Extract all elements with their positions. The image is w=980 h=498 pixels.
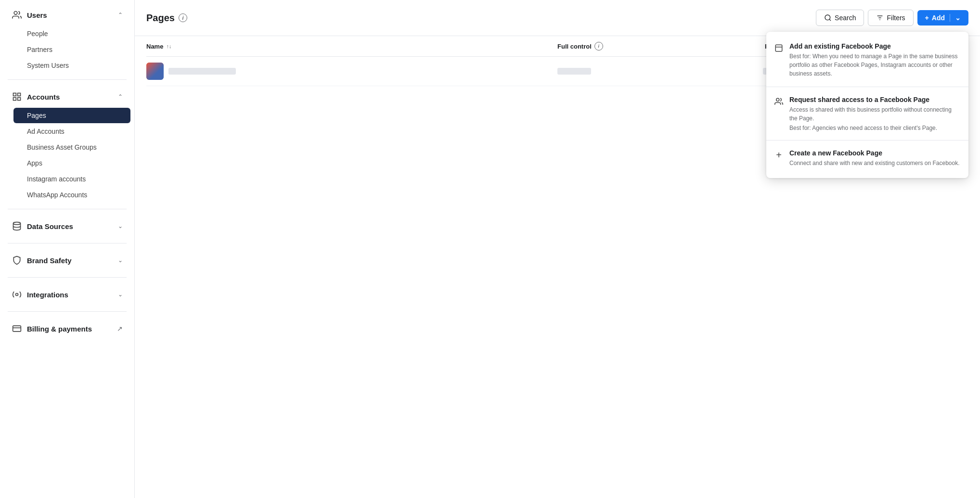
dropdown-divider-1 bbox=[766, 87, 968, 87]
accounts-group-left: Accounts bbox=[12, 91, 60, 102]
data-sources-group-header[interactable]: Data Sources ⌄ bbox=[4, 216, 130, 236]
dropdown-item-create-new-title: Create a new Facebook Page bbox=[789, 149, 961, 157]
brand-safety-group-header[interactable]: Brand Safety ⌄ bbox=[4, 250, 130, 270]
cell-full-control-value bbox=[557, 68, 591, 75]
page-title: Pages bbox=[146, 13, 175, 24]
dropdown-item-create-new[interactable]: + Create a new Facebook Page Connect and… bbox=[766, 142, 968, 174]
dropdown-item-request-shared-best: Best for: Agencies who need access to th… bbox=[789, 125, 961, 131]
filters-button[interactable]: Filters bbox=[868, 10, 913, 26]
svg-point-0 bbox=[14, 12, 17, 15]
dropdown-item-add-existing-title: Add an existing Facebook Page bbox=[789, 42, 961, 50]
data-sources-chevron: ⌄ bbox=[118, 223, 123, 230]
filters-button-label: Filters bbox=[887, 14, 905, 22]
people-icon bbox=[774, 97, 784, 106]
sidebar: Users ⌃ People Partners System Users bbox=[0, 0, 135, 498]
integrations-label: Integrations bbox=[27, 291, 68, 299]
filters-icon bbox=[876, 14, 884, 22]
svg-rect-3 bbox=[18, 98, 21, 101]
sidebar-item-people[interactable]: People bbox=[13, 26, 130, 41]
search-button[interactable]: Search bbox=[816, 10, 864, 26]
sidebar-item-business-asset-groups[interactable]: Business Asset Groups bbox=[13, 140, 130, 155]
brand-safety-label: Brand Safety bbox=[27, 256, 72, 265]
col-full-control-info-icon[interactable]: i bbox=[594, 42, 603, 51]
search-icon bbox=[824, 14, 832, 22]
dropdown-item-add-existing-content: Add an existing Facebook Page Best for: … bbox=[789, 42, 961, 78]
billing-section: Billing & payments ↗ bbox=[0, 314, 134, 344]
add-button[interactable]: + Add ⌄ bbox=[917, 10, 968, 26]
cell-name-text bbox=[168, 68, 236, 75]
users-sub-items: People Partners System Users bbox=[0, 26, 134, 73]
sort-icon[interactable]: ↑↓ bbox=[166, 43, 171, 49]
brand-safety-section: Brand Safety ⌄ bbox=[0, 245, 134, 275]
sidebar-item-ad-accounts[interactable]: Ad Accounts bbox=[13, 124, 130, 139]
billing-external-icon: ↗ bbox=[117, 325, 123, 332]
svg-point-8 bbox=[825, 15, 830, 20]
divider-3 bbox=[8, 243, 127, 243]
add-chevron-icon: ⌄ bbox=[955, 14, 961, 22]
accounts-label: Accounts bbox=[27, 93, 60, 101]
svg-rect-7 bbox=[13, 326, 21, 332]
dropdown-item-request-shared-content: Request shared access to a Facebook Page… bbox=[789, 96, 961, 131]
header-actions: Search Filters + Add ⌄ bbox=[816, 10, 968, 26]
divider-5 bbox=[8, 311, 127, 312]
page-title-info-icon[interactable]: i bbox=[179, 13, 187, 22]
integrations-group-left: Integrations bbox=[12, 289, 68, 300]
plus-circle-icon: + bbox=[774, 150, 784, 160]
col-full-control-label: Full control bbox=[557, 43, 592, 50]
dropdown-item-request-shared[interactable]: Request shared access to a Facebook Page… bbox=[766, 89, 968, 138]
search-button-label: Search bbox=[835, 14, 856, 22]
users-chevron: ⌃ bbox=[118, 12, 123, 18]
divider-1 bbox=[8, 79, 127, 80]
billing-group-left: Billing & payments bbox=[12, 323, 92, 334]
accounts-group-header[interactable]: Accounts ⌃ bbox=[4, 87, 130, 107]
dropdown-item-add-existing[interactable]: Add an existing Facebook Page Best for: … bbox=[766, 36, 968, 85]
users-icon bbox=[12, 10, 22, 20]
sidebar-item-partners[interactable]: Partners bbox=[13, 42, 130, 57]
brand-safety-group-left: Brand Safety bbox=[12, 255, 72, 266]
integrations-group-header[interactable]: Integrations ⌄ bbox=[4, 284, 130, 305]
integrations-icon bbox=[12, 289, 22, 300]
svg-rect-1 bbox=[13, 93, 16, 96]
page-avatar bbox=[146, 63, 164, 80]
cell-name bbox=[146, 63, 557, 80]
billing-label: Billing & payments bbox=[27, 325, 92, 333]
users-label: Users bbox=[27, 11, 47, 19]
add-button-divider bbox=[950, 14, 950, 22]
sidebar-item-pages[interactable]: Pages bbox=[13, 108, 130, 123]
sidebar-item-apps[interactable]: Apps bbox=[13, 155, 130, 171]
users-group-left: Users bbox=[12, 10, 47, 20]
page-icon bbox=[774, 43, 784, 53]
divider-2 bbox=[8, 209, 127, 209]
sidebar-item-instagram-accounts[interactable]: Instagram accounts bbox=[13, 171, 130, 187]
dropdown-item-add-existing-desc: Best for: When you need to manage a Page… bbox=[789, 52, 961, 78]
svg-point-14 bbox=[776, 98, 779, 101]
add-plus-icon: + bbox=[925, 14, 929, 22]
brand-safety-chevron: ⌄ bbox=[118, 257, 123, 264]
brand-safety-icon bbox=[12, 255, 22, 266]
data-sources-section: Data Sources ⌄ bbox=[0, 211, 134, 241]
integrations-section: Integrations ⌄ bbox=[0, 280, 134, 309]
svg-rect-12 bbox=[775, 45, 782, 51]
accounts-sub-items: Pages Ad Accounts Business Asset Groups … bbox=[0, 108, 134, 203]
divider-4 bbox=[8, 277, 127, 278]
svg-point-6 bbox=[16, 294, 18, 296]
page-header: Pages i Search Filters + A bbox=[135, 0, 980, 36]
dropdown-item-request-shared-title: Request shared access to a Facebook Page bbox=[789, 96, 961, 103]
add-dropdown-menu: Add an existing Facebook Page Best for: … bbox=[766, 32, 968, 178]
data-sources-group-left: Data Sources bbox=[12, 221, 73, 231]
dropdown-item-request-shared-desc: Access is shared with this business port… bbox=[789, 105, 961, 123]
data-sources-icon bbox=[12, 221, 22, 231]
col-full-control: Full control i bbox=[557, 42, 761, 51]
sidebar-item-system-users[interactable]: System Users bbox=[13, 58, 130, 73]
accounts-section: Accounts ⌃ Pages Ad Accounts Business As… bbox=[0, 82, 134, 207]
svg-rect-2 bbox=[18, 93, 21, 96]
billing-group-header[interactable]: Billing & payments ↗ bbox=[4, 319, 130, 339]
page-avatar-inner bbox=[146, 63, 164, 80]
main-content: Pages i Search Filters + A bbox=[135, 0, 980, 498]
users-section: Users ⌃ People Partners System Users bbox=[0, 0, 134, 77]
users-group-header[interactable]: Users ⌃ bbox=[4, 5, 130, 25]
sidebar-item-whatsapp-accounts[interactable]: WhatsApp Accounts bbox=[13, 187, 130, 203]
integrations-chevron: ⌄ bbox=[118, 291, 123, 298]
svg-rect-4 bbox=[13, 98, 16, 101]
add-button-label: Add bbox=[932, 14, 945, 22]
